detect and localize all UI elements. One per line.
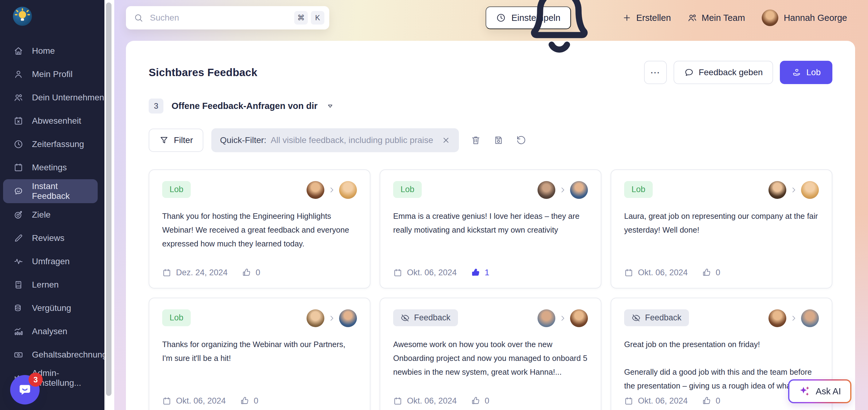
like-button[interactable]: 0: [471, 396, 489, 406]
funnel-icon: [159, 135, 169, 145]
card-type-label: Feedback: [645, 313, 682, 322]
like-button[interactable]: 0: [702, 268, 720, 277]
my-team-label: Mein Team: [702, 13, 745, 23]
search-input[interactable]: [149, 12, 291, 23]
main-area: ⌘ K Einstempeln 33 Erstellen Mein Tea: [114, 0, 868, 410]
eye-off-icon: [401, 313, 410, 322]
filter-row: Filter Quick-Filter: All visible feedbac…: [149, 128, 832, 152]
sidebar-item-mein-profil[interactable]: Mein Profil: [0, 63, 104, 86]
feedback-card[interactable]: Lob Thanks for organizing the Webinar wi…: [149, 298, 370, 410]
content-panel: Sichtbares Feedback ⋯ Feedback geben Lob…: [126, 41, 855, 410]
feedback-card[interactable]: Lob Thank you for hosting the Engineerin…: [149, 169, 370, 288]
card-type-label: Lob: [169, 313, 183, 322]
card-text: Awesome work on how you took over the ne…: [393, 338, 588, 379]
feedback-card[interactable]: Feedback Awesome work on how you took ov…: [380, 298, 601, 410]
sidebar-item-home[interactable]: Home: [0, 39, 104, 63]
calendar-icon: [624, 268, 633, 277]
search-bar[interactable]: ⌘ K: [126, 6, 329, 30]
quick-filter-chip[interactable]: Quick-Filter: All visible feedback, incl…: [211, 128, 459, 152]
card-type-label: Lob: [401, 185, 414, 194]
sidebar-item-abwesenheit[interactable]: Abwesenheit: [0, 109, 104, 133]
eye-off-icon: [631, 313, 641, 322]
sidebar-item-verg-tung[interactable]: Vergütung: [0, 297, 104, 320]
sidebar-item-reviews[interactable]: Reviews: [0, 227, 104, 250]
sidebar-item-zeiterfassung[interactable]: Zeiterfassung: [0, 133, 104, 156]
home-icon: [13, 46, 23, 56]
sidebar-item-ziele[interactable]: Ziele: [0, 203, 104, 227]
card-date: Okt. 06, 2024: [638, 268, 688, 277]
give-feedback-label: Feedback geben: [699, 68, 763, 77]
like-button[interactable]: 0: [240, 396, 258, 406]
calendar-icon: [162, 397, 172, 406]
reset-icon[interactable]: [516, 135, 526, 145]
page-header: Sichtbares Feedback ⋯ Feedback geben Lob: [149, 61, 832, 84]
app-root: Home Mein Profil Dein Unternehmen Abwese…: [0, 0, 868, 410]
users-icon: [13, 93, 23, 102]
card-footer: Okt. 06, 2024 0: [393, 396, 588, 406]
sidebar-item-label: Mein Profil: [32, 69, 72, 79]
like-button[interactable]: 0: [702, 396, 720, 406]
card-header: Lob: [624, 181, 819, 199]
topbar: ⌘ K Einstempeln 33 Erstellen Mein Tea: [114, 0, 868, 36]
chevron-right-icon: [328, 186, 335, 194]
company-logo[interactable]: [13, 7, 32, 26]
create-button[interactable]: Erstellen: [622, 13, 671, 23]
filter-button[interactable]: Filter: [149, 129, 203, 152]
avatar: [537, 181, 555, 199]
topbar-right: 33 Erstellen Mein Team Hannah George: [513, 0, 847, 64]
more-options-button[interactable]: ⋯: [644, 61, 667, 84]
sidebar-item-instant-feedback[interactable]: Instant Feedback: [3, 179, 98, 203]
praise-button[interactable]: Lob: [780, 61, 832, 84]
like-button[interactable]: 1: [471, 268, 489, 277]
feedback-card[interactable]: Lob Laura, great job on representing our…: [611, 169, 832, 288]
open-requests-row[interactable]: 3 Offene Feedback-Anfragen von dir: [149, 99, 832, 113]
chevron-down-icon[interactable]: [326, 102, 334, 110]
sidebar-item-label: Gehaltsabrechnung: [32, 350, 107, 360]
card-type-label: Lob: [169, 185, 183, 194]
chart-icon: [13, 327, 23, 336]
avatar: [769, 181, 786, 199]
sidebar-item-label: Lernen: [32, 280, 59, 290]
sparkles-icon: [799, 385, 811, 398]
card-text: Emma is a creative genius! I love her id…: [393, 209, 588, 237]
user-name: Hannah George: [784, 13, 847, 23]
card-type-label: Feedback: [414, 313, 451, 322]
like-count: 1: [485, 268, 489, 277]
chevron-right-icon: [790, 186, 797, 194]
scrollbar-thumb[interactable]: [106, 2, 112, 396]
like-count: 0: [485, 396, 489, 406]
sidebar-item-lernen[interactable]: Lernen: [0, 273, 104, 297]
save-icon[interactable]: [493, 135, 504, 145]
give-feedback-button[interactable]: Feedback geben: [674, 61, 773, 84]
calendar-icon: [393, 397, 402, 406]
k-keycap: K: [311, 11, 324, 25]
close-icon[interactable]: [442, 136, 450, 144]
like-count: 0: [716, 268, 720, 277]
sidebar-item-gehaltsabrechnung[interactable]: Gehaltsabrechnung: [0, 343, 104, 367]
sidebar-item-umfragen[interactable]: Umfragen: [0, 250, 104, 273]
trash-icon[interactable]: [470, 135, 481, 145]
card-type-badge: Feedback: [393, 309, 458, 326]
feedback-card[interactable]: Lob Emma is a creative genius! I love he…: [380, 169, 601, 288]
cmd-keycap: ⌘: [294, 11, 308, 25]
card-footer: Okt. 06, 2024 0: [162, 396, 357, 406]
sidebar-item-meetings[interactable]: Meetings: [0, 156, 104, 179]
banknote-icon: [13, 350, 23, 360]
bell-icon: [513, 0, 606, 64]
chat-launcher[interactable]: 3: [10, 375, 40, 405]
sidebar-item-dein-unternehmen[interactable]: Dein Unternehmen: [0, 86, 104, 109]
sidebar-item-analysen[interactable]: Analysen: [0, 320, 104, 343]
card-type-badge: Lob: [162, 181, 191, 198]
sidebar-item-label: Vergütung: [32, 303, 71, 313]
chevron-right-icon: [559, 314, 566, 322]
card-date: Dez. 24, 2024: [176, 268, 227, 277]
card-footer: Okt. 06, 2024 1: [393, 268, 588, 277]
user-menu[interactable]: Hannah George: [762, 9, 847, 26]
sidebar-item-label: Meetings: [32, 163, 67, 172]
ask-ai-button[interactable]: Ask AI: [788, 379, 851, 403]
chevron-right-icon: [790, 314, 797, 322]
my-team-button[interactable]: Mein Team: [687, 13, 745, 23]
thumbs-up-icon: [702, 396, 711, 406]
notifications-button[interactable]: 33: [513, 0, 606, 64]
like-button[interactable]: 0: [242, 268, 260, 277]
